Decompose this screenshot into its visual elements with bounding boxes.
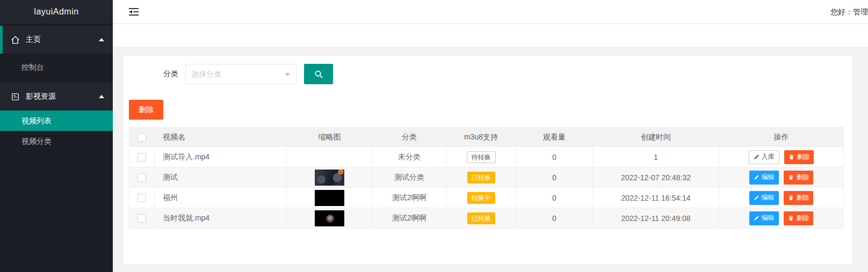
import-button[interactable]: 入库 [749, 150, 779, 164]
home-icon [11, 35, 20, 45]
col-header-actions: 操作 [719, 128, 844, 147]
edit-button[interactable]: 编辑 [749, 211, 779, 225]
trash-icon [789, 154, 794, 160]
category-cell: 未分类 [373, 147, 446, 167]
row-checkbox[interactable] [138, 194, 146, 202]
col-header-thumbnail: 缩略图 [287, 128, 373, 147]
delete-button[interactable]: 删除 [784, 211, 813, 225]
col-header-views: 观看量 [516, 128, 593, 147]
col-header-m3u8: m3u8支持 [446, 128, 516, 147]
row-checkbox[interactable] [138, 214, 146, 223]
filter-form: 分类 [124, 56, 852, 84]
row-checkbox[interactable] [138, 153, 146, 161]
row-checkbox[interactable] [138, 173, 146, 182]
edit-button[interactable]: 编辑 [749, 171, 779, 185]
category-select[interactable] [185, 64, 296, 84]
sidebar-item-label: 主页 [26, 35, 95, 45]
edit-icon [754, 195, 760, 201]
bulk-delete-button[interactable]: 删除 [129, 100, 163, 120]
sidebar-item-video-list[interactable]: 视频列表 [0, 111, 113, 131]
views-cell: 0 [516, 188, 593, 208]
top-header-bar: 您好：管理 [113, 0, 868, 24]
views-cell: 0 [516, 147, 593, 167]
created-cell: 2022-12-11 16:54:14 [593, 188, 719, 208]
created-cell: 2022-12-11 20:49:08 [593, 208, 719, 229]
table-row: 测试 测试分类 已转换 0 2022-12-07 20:48:32 编辑 删除 [129, 167, 844, 188]
search-icon [314, 70, 323, 79]
views-cell: 0 [516, 167, 593, 188]
media-icon [11, 92, 20, 101]
video-name: 当时我就.mp4 [155, 208, 287, 229]
sidebar-item-console[interactable]: 控制台 [0, 54, 113, 80]
status-badge: 待转换 [467, 151, 496, 163]
table-header-row: 视频名 缩略图 分类 m3u8支持 观看量 创建时间 操作 [129, 128, 844, 147]
trash-icon [788, 195, 794, 201]
tab-strip [113, 24, 868, 47]
thumbnail-image [315, 210, 344, 226]
sidebar: layuiAdmin 主页 控制台 影视资源 视频列表 视频分类 [0, 0, 113, 272]
category-cell: 测试分类 [373, 167, 446, 188]
video-name: 福州 [155, 188, 287, 208]
sidebar-item-media[interactable]: 影视资源 [0, 83, 113, 111]
col-header-category: 分类 [373, 128, 446, 147]
table-row: 测试导入.mp4 未分类 待转换 0 1 入库 删除 [129, 147, 844, 167]
trash-icon [788, 215, 794, 221]
select-all-cell [129, 128, 155, 147]
content-card: 分类 删除 视频名 缩略图 分类 m3u8支持 观看量 创建时间 操作 [124, 56, 852, 264]
table-row: 福州 测试2啊啊 转换中 0 2022-12-11 16:54:14 编辑 删除 [129, 188, 844, 208]
edit-icon [754, 174, 760, 180]
chevron-down-icon [285, 73, 290, 76]
thumbnail-cell [287, 147, 373, 167]
search-button[interactable] [304, 64, 333, 84]
created-cell: 2022-12-07 20:48:32 [593, 167, 719, 188]
chevron-up-icon [99, 38, 104, 41]
delete-button[interactable]: 删除 [784, 150, 814, 164]
table-row: 当时我就.mp4 测试2啊啊 已转换 0 2022-12-11 20:49:08… [129, 208, 844, 229]
status-badge: 已转换 [467, 212, 495, 224]
edit-icon [754, 215, 760, 221]
views-cell: 0 [516, 208, 593, 229]
video-name: 测试 [155, 167, 287, 188]
delete-button[interactable]: 删除 [784, 171, 813, 185]
filter-label: 分类 [124, 69, 178, 79]
sidebar-item-video-category[interactable]: 视频分类 [0, 131, 113, 151]
trash-icon [788, 174, 794, 180]
menu-collapse-icon[interactable] [129, 8, 139, 16]
category-cell: 测试2啊啊 [373, 188, 446, 208]
category-select-input[interactable] [186, 64, 296, 84]
status-badge: 转换中 [467, 192, 495, 204]
app-logo[interactable]: layuiAdmin [0, 0, 113, 24]
status-badge: 已转换 [467, 172, 495, 183]
thumbnail-image [315, 170, 344, 186]
chevron-up-icon [99, 95, 104, 98]
select-all-checkbox[interactable] [138, 133, 146, 142]
video-name: 测试导入.mp4 [155, 147, 287, 167]
active-accent-bar [0, 26, 3, 54]
video-table: 视频名 缩略图 分类 m3u8支持 观看量 创建时间 操作 测试导入.mp4 未… [129, 127, 844, 229]
category-cell: 测试2啊啊 [373, 208, 446, 229]
edit-icon [754, 154, 760, 160]
sidebar-item-label: 影视资源 [26, 92, 95, 101]
sidebar-item-home[interactable]: 主页 [0, 26, 113, 54]
col-header-name: 视频名 [155, 128, 287, 147]
col-header-created: 创建时间 [593, 128, 719, 147]
delete-button[interactable]: 删除 [784, 191, 813, 205]
user-greeting[interactable]: 您好：管理 [830, 0, 868, 24]
edit-button[interactable]: 编辑 [749, 191, 779, 205]
created-cell: 1 [593, 147, 719, 167]
thumbnail-image [315, 190, 344, 206]
